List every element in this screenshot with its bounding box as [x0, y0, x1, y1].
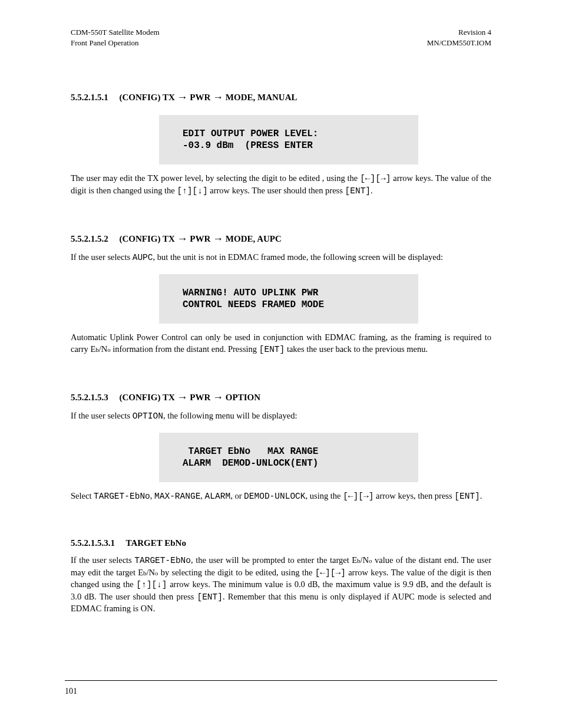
arrow-right-icon: →	[177, 233, 188, 245]
text-run: , using the	[306, 491, 343, 500]
text-run: arrow keys. The user should then press	[208, 186, 345, 195]
lcd-line: TARGET EbNo MAX RANGE	[183, 446, 318, 457]
key-enter: [ENT]	[345, 186, 371, 196]
arrow-right-icon: →	[213, 91, 223, 103]
text-run: If the user selects	[71, 411, 133, 420]
paragraph: If the user selects OPTION, the followin…	[71, 410, 491, 423]
text-run: by selecting the digit to be edited, usi…	[158, 568, 315, 577]
section-heading-aupc: 5.5.2.1.5.2 (CONFIG) TX → PWR → MODE, AU…	[71, 232, 491, 246]
label-demod-unlock: DEMOD-UNLOCK	[244, 492, 305, 501]
trail-part: (CONFIG) TX	[120, 393, 177, 402]
header-right: Revision 4 MN/CDM550T.IOM	[427, 27, 491, 48]
arrow-right-icon: →	[177, 391, 188, 403]
section-target-ebno: 5.5.2.1.5.3.1 TARGET EbNo If the user se…	[71, 537, 491, 615]
header-right-line1: Revision 4	[458, 28, 491, 37]
section-option-mode: 5.5.2.1.5.3 (CONFIG) TX → PWR → OPTION I…	[71, 390, 491, 503]
trail-part: PWR	[188, 393, 213, 402]
section-title: TARGET EbNo	[125, 538, 186, 548]
paragraph: The user may edit the TX power level, by…	[71, 173, 491, 197]
section-number: 5.5.2.1.5.2	[71, 234, 108, 243]
footer-rule	[65, 680, 497, 681]
text-run: .	[371, 186, 373, 195]
lcd-line: CONTROL NEEDS FRAMED MODE	[183, 299, 324, 310]
label-alarm: ALARM	[205, 492, 231, 501]
trail-part: OPTION	[223, 393, 260, 402]
key-right: [→]	[330, 568, 346, 578]
header-left-line2: Front Panel Operation	[71, 38, 139, 47]
trail-part: (CONFIG) TX	[120, 234, 177, 243]
header-right-line2: MN/CDM550T.IOM	[427, 38, 491, 47]
trail-part: MODE, AUPC	[223, 234, 282, 243]
label-max-range: MAX-RANGE	[154, 492, 200, 501]
label-target-ebno: TARGET-EbNo	[134, 556, 191, 565]
key-down: [↓]	[151, 580, 167, 589]
lcd-line: -03.9 dBm (PRESS ENTER	[183, 140, 313, 151]
section-number: 5.5.2.1.5.1	[71, 93, 108, 102]
section-aupc-mode: 5.5.2.1.5.2 (CONFIG) TX → PWR → MODE, AU…	[71, 232, 491, 356]
page: CDM-550T Satellite Modem Front Panel Ope…	[0, 0, 562, 728]
lcd-display-option: TARGET EbNo MAX RANGE ALARM DEMOD-UNLOCK…	[159, 433, 418, 482]
text-run: The user may edit the TX power level, by…	[71, 173, 360, 183]
key-down: [↓]	[193, 186, 208, 196]
section-heading-manual: 5.5.2.1.5.1 (CONFIG) TX → PWR → MODE, MA…	[71, 90, 491, 104]
page-footer: 101	[65, 686, 497, 697]
text-run: /N	[99, 344, 108, 354]
trail-part: PWR	[188, 234, 213, 243]
key-up: [↑]	[136, 580, 151, 589]
label-target-ebno: TARGET-EbNo	[94, 492, 150, 501]
key-enter: [ENT]	[259, 345, 285, 354]
page-header: CDM-550T Satellite Modem Front Panel Ope…	[71, 0, 491, 48]
text-run: If the user selects	[71, 555, 134, 565]
key-enter: [ENT]	[454, 492, 480, 501]
section-trail: (CONFIG) TX → PWR → MODE, AUPC	[120, 234, 282, 243]
key-up: [↑]	[177, 186, 192, 196]
header-left: CDM-550T Satellite Modem Front Panel Ope…	[71, 27, 160, 48]
label-option: OPTION	[133, 411, 163, 421]
text-run: , the following menu will be displayed:	[163, 411, 297, 420]
key-left: [←]	[315, 568, 330, 578]
section-trail: (CONFIG) TX → PWR → OPTION	[120, 393, 261, 402]
text-run: ,	[200, 491, 204, 500]
text-run: information from the distant end. Pressi…	[111, 344, 259, 354]
arrow-right-icon: →	[213, 391, 223, 403]
header-left-line1: CDM-550T Satellite Modem	[71, 28, 160, 37]
section-manual-mode: 5.5.2.1.5.1 (CONFIG) TX → PWR → MODE, MA…	[71, 90, 491, 197]
text-run: If the user selects	[71, 252, 133, 262]
text-run: .	[480, 491, 482, 500]
text-run: /N	[361, 555, 369, 565]
lcd-line: WARNING! AUTO UPLINK PWR	[183, 288, 318, 298]
lcd-display-manual: EDIT OUTPUT POWER LEVEL: -03.9 dBm (PRES…	[159, 115, 418, 164]
trail-part: PWR	[188, 93, 213, 102]
key-left: [←]	[360, 174, 375, 183]
text-run: arrow keys, then press	[373, 491, 454, 500]
text-run: Select	[71, 491, 94, 500]
lcd-line: ALARM DEMOD-UNLOCK(ENT)	[183, 458, 318, 469]
text-run: takes the user back to the previous menu…	[285, 344, 428, 354]
footer-left: 101	[65, 686, 77, 697]
text-run: , but the unit is not in EDMAC framed mo…	[153, 252, 444, 262]
section-trail: (CONFIG) TX → PWR → MODE, MANUAL	[120, 93, 297, 102]
arrow-right-icon: →	[177, 91, 188, 103]
key-right: [→]	[358, 492, 373, 501]
paragraph: If the user selects TARGET-EbNo, the use…	[71, 555, 491, 615]
text-run: , or	[230, 491, 244, 500]
key-enter: [ENT]	[197, 592, 223, 602]
paragraph: If the user selects AUPC, but the unit i…	[71, 252, 491, 264]
text-run: /N	[147, 568, 156, 577]
arrow-right-icon: →	[213, 233, 223, 245]
section-number: 5.5.2.1.5.3	[71, 393, 108, 402]
key-left: [←]	[343, 492, 358, 501]
section-heading-target-ebno: 5.5.2.1.5.3.1 TARGET EbNo	[71, 537, 491, 549]
section-number: 5.5.2.1.5.3.1	[71, 538, 115, 548]
trail-part: MODE, MANUAL	[223, 93, 297, 102]
lcd-line: EDIT OUTPUT POWER LEVEL:	[183, 129, 318, 139]
key-right: [→]	[375, 174, 391, 183]
trail-part: (CONFIG) TX	[120, 93, 177, 102]
section-heading-option: 5.5.2.1.5.3 (CONFIG) TX → PWR → OPTION	[71, 390, 491, 404]
text-run: ,	[150, 491, 154, 500]
paragraph: Select TARGET-EbNo, MAX-RANGE, ALARM, or…	[71, 490, 491, 503]
text-run: , the user will be prompted to enter the…	[191, 555, 357, 565]
lcd-display-aupc: WARNING! AUTO UPLINK PWR CONTROL NEEDS F…	[159, 274, 418, 324]
paragraph: Automatic Uplink Power Control can only …	[71, 332, 491, 355]
label-aupc: AUPC	[133, 253, 153, 262]
